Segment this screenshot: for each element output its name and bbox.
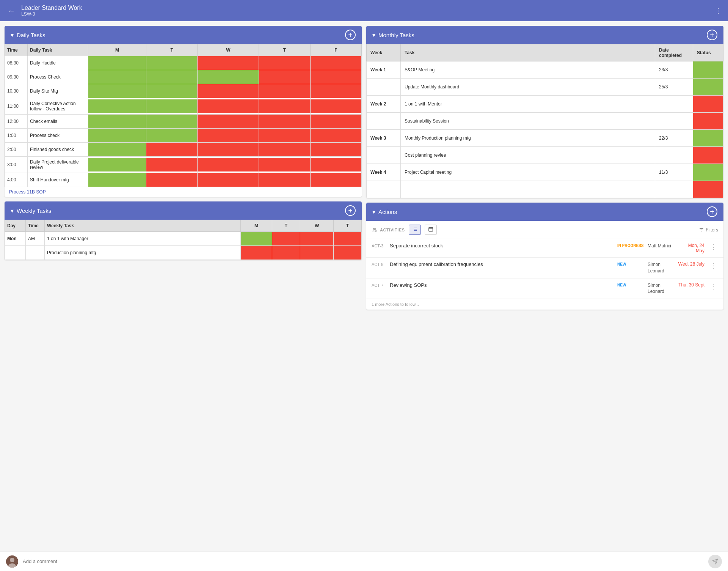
back-button[interactable]: ← [6, 5, 17, 17]
fri-cell[interactable] [310, 98, 361, 115]
thu-cell[interactable] [259, 129, 310, 143]
daily-tasks-chevron[interactable]: ▾ [11, 31, 14, 39]
fri-cell[interactable] [310, 129, 361, 143]
status-cell[interactable] [693, 164, 723, 181]
tue-cell[interactable] [146, 84, 198, 98]
wed-cell[interactable] [198, 129, 259, 143]
tue-cell[interactable] [146, 56, 198, 70]
weekly-tasks-add-button[interactable]: + [345, 205, 356, 216]
fri-cell[interactable] [310, 84, 361, 98]
mtask-cell: Project Capital meeting [401, 164, 655, 181]
wed-cell[interactable] [198, 173, 259, 187]
mtask-cell: Sustainability Session [401, 113, 655, 130]
table-row: 2:00 Finished goods check [5, 143, 362, 157]
time-cell: 09:30 [5, 70, 28, 84]
mon-cell[interactable] [88, 84, 146, 98]
tue-cell[interactable] [146, 143, 198, 157]
list-item[interactable]: ACT-7 Reviewing SOPs NEW SimonLeonard Th… [366, 278, 723, 299]
mon-cell[interactable] [88, 129, 146, 143]
status-cell[interactable] [693, 147, 723, 164]
monthly-tasks-add-button[interactable]: + [707, 30, 717, 40]
wed-cell[interactable] [198, 84, 259, 98]
status-cell[interactable] [693, 130, 723, 147]
actions-chevron[interactable]: ▾ [372, 208, 375, 216]
more-options-button[interactable]: ⋮ [714, 6, 722, 15]
mon-cell[interactable] [88, 56, 146, 70]
date-cell: 11/3 [655, 164, 693, 181]
table-row: Mon AM 1 on 1 with Manager [5, 232, 362, 246]
fri-cell[interactable] [310, 157, 361, 173]
mon-cell[interactable] [88, 173, 146, 187]
date-cell: 22/3 [655, 130, 693, 147]
wtask-cell: Production planning mtg [45, 246, 241, 260]
wed-cell[interactable] [198, 157, 259, 173]
status-cell[interactable] [693, 61, 723, 79]
wwed-cell[interactable] [300, 246, 333, 260]
tue-cell[interactable] [146, 173, 198, 187]
task-cell: Daily Project deliverablereview [28, 157, 88, 173]
thu-cell[interactable] [259, 84, 310, 98]
fri-cell[interactable] [310, 173, 361, 187]
wthu-cell[interactable] [334, 246, 362, 260]
activity-more-button[interactable]: ⋮ [708, 282, 718, 291]
thu-cell[interactable] [259, 98, 310, 115]
wtue-cell[interactable] [272, 232, 300, 246]
wed-cell[interactable] [198, 70, 259, 84]
table-row: Week 2 1 on 1 with Mentor [367, 96, 723, 113]
activity-assignee: SimonLeonard [648, 282, 674, 295]
mon-cell[interactable] [88, 157, 146, 173]
wed-cell[interactable] [198, 143, 259, 157]
fri-cell[interactable] [310, 56, 361, 70]
tue-cell[interactable] [146, 98, 198, 115]
send-button[interactable] [708, 555, 722, 568]
status-cell[interactable] [693, 79, 723, 96]
list-item[interactable]: ACT-3 Separate incorrect stock IN PROGRE… [366, 239, 723, 258]
thu-cell[interactable] [259, 70, 310, 84]
wed-cell[interactable] [198, 56, 259, 70]
mon-cell[interactable] [88, 98, 146, 115]
list-view-button[interactable] [409, 225, 421, 235]
wmon-cell[interactable] [240, 232, 272, 246]
fri-cell[interactable] [310, 115, 361, 129]
mon-cell[interactable] [88, 70, 146, 84]
wmon-cell[interactable] [240, 246, 272, 260]
wed-cell[interactable] [198, 115, 259, 129]
fri-cell[interactable] [310, 70, 361, 84]
wtue-cell[interactable] [272, 246, 300, 260]
thu-cell[interactable] [259, 143, 310, 157]
filters-button[interactable]: Filters [699, 227, 718, 233]
tue-cell[interactable] [146, 157, 198, 173]
wwed-cell[interactable] [300, 232, 333, 246]
thu-cell[interactable] [259, 157, 310, 173]
thu-cell[interactable] [259, 173, 310, 187]
calendar-view-button[interactable] [425, 225, 437, 235]
status-cell[interactable] [693, 181, 723, 198]
status-cell[interactable] [693, 113, 723, 130]
mon-cell[interactable] [88, 143, 146, 157]
tue-cell[interactable] [146, 129, 198, 143]
tue-cell[interactable] [146, 70, 198, 84]
list-item[interactable]: ACT-8 Defining equipment calibration fre… [366, 258, 723, 278]
weekly-tasks-chevron[interactable]: ▾ [11, 207, 14, 214]
thu-cell[interactable] [259, 115, 310, 129]
wthu-cell[interactable] [334, 232, 362, 246]
wtask-cell: 1 on 1 with Manager [45, 232, 241, 246]
col-week: Week [367, 44, 401, 61]
wed-cell[interactable] [198, 98, 259, 115]
left-column: ▾ Daily Tasks + Time Daily Task M T W T … [5, 26, 362, 566]
actions-add-button[interactable]: + [707, 206, 717, 217]
activities-bar: ACTIVITIES Filters [366, 221, 723, 239]
tue-cell[interactable] [146, 115, 198, 129]
activity-more-button[interactable]: ⋮ [708, 261, 718, 270]
activity-more-button[interactable]: ⋮ [708, 243, 718, 251]
mon-cell[interactable] [88, 115, 146, 129]
status-cell[interactable] [693, 96, 723, 113]
list-icon [412, 227, 417, 232]
activity-id: ACT-3 [372, 243, 386, 248]
daily-tasks-add-button[interactable]: + [345, 30, 356, 40]
comment-input[interactable] [23, 558, 704, 564]
daily-tasks-link[interactable]: Process 11B SOP [5, 187, 50, 197]
monthly-tasks-chevron[interactable]: ▾ [372, 31, 375, 39]
fri-cell[interactable] [310, 143, 361, 157]
thu-cell[interactable] [259, 56, 310, 70]
